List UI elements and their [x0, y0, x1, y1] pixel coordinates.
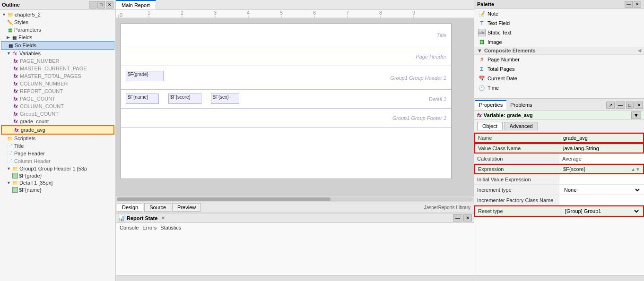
tree-item-grade-avg[interactable]: fx grade_avg [1, 125, 114, 135]
grade-field-box[interactable]: $F{grade} [126, 71, 164, 81]
tree-item-grade-count[interactable]: fx grade_count [1, 118, 114, 125]
tree-item-grade-field[interactable]: $F{grade} [1, 172, 114, 179]
tree-item-fields[interactable]: ▶ ▦ Fields [1, 34, 114, 41]
tree-item-column-number[interactable]: fx COLUMN_NUMBER [1, 80, 114, 87]
outline-minimize-icon[interactable]: — [89, 1, 96, 9]
palette-item-note[interactable]: 📝 Note [474, 9, 644, 18]
tree-item-page-count[interactable]: fx PAGE_COUNT [1, 95, 114, 102]
tree-item-variables[interactable]: ▼ fx Variables [1, 50, 114, 57]
prop-icon1[interactable]: ↗ [606, 102, 615, 109]
tree-item-report-count[interactable]: fx REPORT_COUNT [1, 87, 114, 95]
palette-item-current-date[interactable]: 📅 Current Date [474, 74, 644, 83]
palette-header: Palette — ✕ [474, 0, 644, 9]
prop-value-value-class[interactable] [560, 144, 643, 153]
field-icon [12, 187, 18, 193]
tree-item-page-number[interactable]: fx PAGE_NUMBER [1, 57, 114, 65]
report-editor: Main Report 0 1 2 3 [116, 0, 474, 213]
tab-source[interactable]: Source [144, 203, 171, 212]
palette-item-total-pages[interactable]: Σ Total Pages [474, 64, 644, 74]
prop-minimize[interactable]: — [616, 102, 625, 109]
tree-item-styles[interactable]: ✏️ Styles [1, 18, 114, 26]
prop-label-incrementer-factory: Incrementer Factory Class Name [474, 195, 559, 205]
palette-item-static-text[interactable]: abc Static Text [474, 28, 644, 37]
prop-value-name[interactable] [560, 134, 643, 142]
prop-label-initial-value: Initial Value Expression [474, 174, 559, 184]
tree-item-parameters[interactable]: ▦ Parameters [1, 26, 114, 34]
expression-controls: ▲▼ [631, 167, 640, 172]
tree-item-master-total-pages[interactable]: fx MASTER_TOTAL_PAGES [1, 72, 114, 80]
prop-row-increment-type: Increment type None Report Page Column G… [474, 185, 644, 195]
tree-item-column-count[interactable]: fx COLUMN_COUNT [1, 102, 114, 110]
prop-value-expression[interactable]: $F{score} ▲▼ [560, 165, 643, 173]
obj-tab-object[interactable]: Object [477, 122, 503, 130]
increment-type-select[interactable]: None Report Page Column Group [562, 187, 641, 193]
prop-value-incrementer-factory[interactable] [559, 195, 644, 205]
prop-value-initial-value[interactable] [559, 174, 644, 184]
tab-main-report[interactable]: Main Report [116, 0, 156, 9]
palette-item-page-number[interactable]: # Page Number [474, 55, 644, 64]
tree-item-chapter5-2[interactable]: ▼ 📁 chapter5_2 [1, 11, 114, 18]
static-text-icon: abc [478, 29, 486, 36]
report-state-content [116, 232, 474, 275]
tree-item-label: So Fields [15, 43, 36, 48]
minimize-icon[interactable]: — [453, 214, 462, 221]
name-input[interactable] [563, 135, 640, 141]
report-state-header: 📊 Report State ✕ — ✕ [116, 213, 474, 223]
tab-preview[interactable]: Preview [172, 203, 201, 212]
tree-item-so-fields[interactable]: ▦ So Fields [1, 41, 114, 50]
report-canvas-wrapper[interactable]: Title Page Header $F{grade} Group1 Group… [116, 18, 474, 196]
tab-design[interactable]: Design [117, 203, 143, 212]
tab-properties[interactable]: Properties [475, 100, 506, 110]
svg-text:6: 6 [313, 10, 316, 16]
tree-item-group1-header[interactable]: ▼ 📁 Group1 Group Header 1 [53p [1, 165, 114, 172]
properties-dropdown[interactable]: ▼ [631, 112, 641, 118]
outline-maximize-icon[interactable]: □ [97, 1, 105, 9]
initial-value-input[interactable] [562, 177, 641, 182]
palette-item-text-field[interactable]: T Text Field [474, 18, 644, 28]
tree-item-name-field[interactable]: $F{name} [1, 187, 114, 193]
prop-value-calculation[interactable]: Average [559, 153, 644, 163]
subtab-errors[interactable]: Errors [142, 225, 157, 230]
group1-header-icon: 📁 [12, 165, 18, 172]
tree-item-label: Scriptlets [14, 136, 35, 141]
palette-item-time[interactable]: 🕐 Time [474, 83, 644, 93]
properties-scrollbar[interactable] [474, 275, 644, 281]
reset-type-select[interactable]: [Group] Group1 None Report Page Column [563, 208, 640, 214]
prop-maximize[interactable]: □ [626, 102, 634, 109]
tree-item-label: MASTER_CURRENT_PAGE [20, 66, 87, 71]
dropdown-arrow-icon[interactable]: ▼ [631, 111, 641, 119]
tree-item-scriptlets[interactable]: 📁 Scriptlets [1, 135, 114, 142]
outline-close-icon[interactable]: ✕ [106, 1, 113, 9]
close-icon[interactable]: ✕ [463, 214, 472, 221]
palette-item-image[interactable]: 🖼 Image [474, 37, 644, 47]
report-state-icon: 📊 [118, 215, 125, 221]
prop-value-increment-type[interactable]: None Report Page Column Group [559, 185, 644, 195]
fx-icon: fx [12, 118, 19, 125]
palette-close[interactable]: ✕ [634, 1, 641, 8]
tree-item-label: COLUMN_COUNT [20, 103, 64, 109]
report-state-scrollbar[interactable] [116, 275, 474, 281]
tree-item-master-current-page[interactable]: fx MASTER_CURRENT_PAGE [1, 65, 114, 72]
tree-item-group1-count[interactable]: fx Group1_COUNT [1, 110, 114, 118]
fx-icon: fx [12, 88, 19, 94]
subtab-console[interactable]: Console [120, 225, 139, 230]
tree-item-detail1[interactable]: ▼ 📁 Detail 1 [35px] [1, 179, 114, 187]
tree-item-label: grade_avg [21, 127, 45, 133]
score-field-box[interactable]: $F{score} [168, 94, 201, 104]
tree-item-title[interactable]: 📄 Title [1, 142, 114, 150]
obj-tab-advanced[interactable]: Advanced [505, 122, 538, 130]
value-class-input[interactable] [563, 145, 640, 151]
variable-title: Variable: grade_avg [484, 112, 533, 118]
subtab-statistics[interactable]: Statistics [160, 225, 181, 230]
tree-item-column-header[interactable]: 📄 Column Header [1, 157, 114, 165]
prop-close[interactable]: ✕ [635, 102, 643, 109]
incrementer-factory-input[interactable] [562, 197, 641, 203]
tree-item-page-header[interactable]: 📄 Page Header [1, 150, 114, 157]
prop-value-reset-type[interactable]: [Group] Group1 None Report Page Column [560, 206, 643, 216]
svg-text:0: 0 [120, 12, 122, 18]
tab-problems[interactable]: Problems [506, 101, 536, 109]
palette-minimize[interactable]: — [625, 1, 633, 8]
sex-field-box[interactable]: $F{sex} [211, 94, 239, 104]
name-field-box[interactable]: $F{name} [126, 94, 159, 104]
horizontal-scrollbar[interactable] [116, 196, 474, 202]
